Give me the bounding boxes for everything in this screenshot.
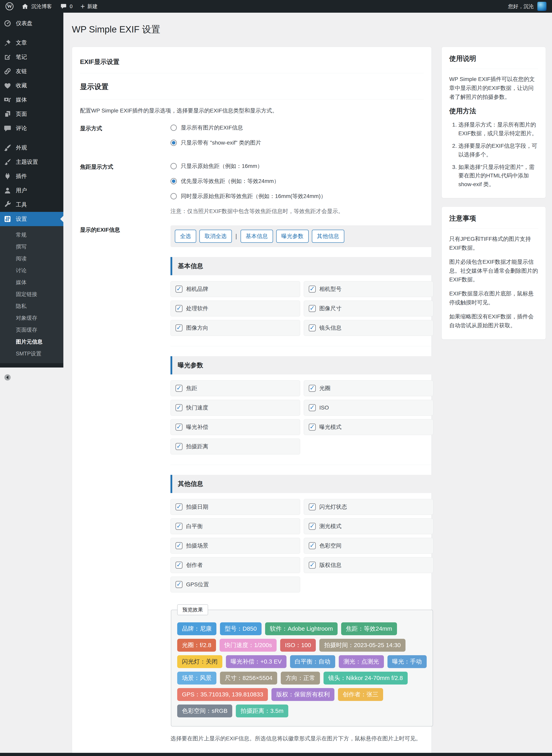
sidebar-item-plugins[interactable]: 插件 — [0, 169, 63, 183]
sidebar-item-tools[interactable]: 工具 — [0, 198, 63, 212]
radio-icon-selected[interactable] — [170, 178, 177, 184]
radio-show-all[interactable]: 显示所有图片的EXIF信息 — [170, 124, 423, 132]
collapse-menu-button[interactable]: 收起菜单 — [0, 370, 63, 385]
checkbox-copyright[interactable]: ✓版权信息 — [304, 557, 433, 573]
sidebar-item-pages[interactable]: 页面 — [0, 107, 63, 121]
sidebar-item-dashboard[interactable]: 仪表盘 — [0, 16, 63, 30]
checkbox-icon[interactable]: ✓ — [309, 385, 316, 392]
checkbox-exposure-mode[interactable]: ✓曝光模式 — [304, 419, 433, 435]
submenu-general[interactable]: 常规 — [0, 229, 63, 241]
radio-icon[interactable] — [170, 125, 177, 131]
checkbox-icon[interactable]: ✓ — [309, 424, 316, 431]
checkbox-icon[interactable]: ✓ — [175, 503, 182, 510]
checkbox-icon[interactable]: ✓ — [309, 562, 316, 569]
sidebar-item-appearance[interactable]: 外观 — [0, 141, 63, 155]
comments-shortcut[interactable]: 0 — [60, 3, 73, 10]
checkbox-camera-model[interactable]: ✓相机型号 — [304, 281, 433, 297]
checkbox-icon[interactable]: ✓ — [309, 324, 316, 331]
radio-focal-equivalent[interactable]: 优先显示等效焦距（例如：等效24mm） — [170, 177, 423, 185]
submenu-image-meta[interactable]: 图片元信息 — [0, 336, 63, 348]
checkbox-scene-type[interactable]: ✓拍摄场景 — [170, 538, 300, 554]
new-content-button[interactable]: + 新建 — [81, 3, 98, 10]
checkbox-icon[interactable]: ✓ — [309, 523, 316, 530]
comment-icon — [4, 124, 11, 132]
badge-lens: 镜头：Nikkor 24-70mm f/2.8 — [323, 672, 408, 685]
checkbox-icon[interactable]: ✓ — [175, 562, 182, 569]
checkbox-icon[interactable]: ✓ — [309, 503, 316, 510]
checkbox-metering-mode[interactable]: ✓测光模式 — [304, 518, 433, 534]
checkbox-exposure-compensation[interactable]: ✓曝光补偿 — [170, 419, 300, 435]
avatar[interactable] — [537, 2, 546, 11]
select-exposure-button[interactable]: 曝光参数 — [276, 230, 309, 243]
select-all-button[interactable]: 全选 — [175, 230, 196, 243]
submenu-permalinks[interactable]: 固定链接 — [0, 288, 63, 300]
checkbox-icon[interactable]: ✓ — [175, 286, 182, 293]
checkbox-icon[interactable]: ✓ — [175, 324, 182, 331]
badge-copyright: 版权：保留所有权利 — [271, 688, 334, 701]
radio-icon[interactable] — [170, 193, 177, 199]
checkbox-aperture[interactable]: ✓光圈 — [304, 381, 433, 396]
checkbox-icon[interactable]: ✓ — [175, 581, 182, 588]
gauge-icon — [4, 19, 11, 27]
sidebar-item-favorites[interactable]: 收藏 — [0, 79, 63, 93]
wordpress-menu[interactable]: W — [6, 2, 13, 10]
sidebar-item-comments[interactable]: 评论 — [0, 121, 63, 135]
checkbox-creator[interactable]: ✓创作者 — [170, 557, 300, 573]
submenu-reading[interactable]: 阅读 — [0, 253, 63, 265]
checkbox-iso[interactable]: ✓ISO — [304, 400, 433, 416]
checkbox-subject-distance[interactable]: ✓拍摄距离 — [170, 439, 300, 454]
checkbox-icon[interactable]: ✓ — [175, 404, 182, 411]
help-step: 如果选择"只显示特定图片"，需要在图片的HTML代码中添加 show-exif … — [458, 163, 538, 188]
submenu-smtp[interactable]: SMTP设置 — [0, 348, 63, 359]
checkbox-software[interactable]: ✓处理软件 — [170, 301, 300, 316]
submenu-object-cache[interactable]: 对象缓存 — [0, 312, 63, 324]
sidebar-item-users[interactable]: 用户 — [0, 183, 63, 198]
submenu-discussion[interactable]: 讨论 — [0, 265, 63, 276]
checkbox-flash-status[interactable]: ✓闪光灯状态 — [304, 499, 433, 515]
checkbox-icon[interactable]: ✓ — [175, 424, 182, 431]
checkbox-icon[interactable]: ✓ — [309, 404, 316, 411]
select-other-button[interactable]: 其他信息 — [312, 230, 344, 243]
checkbox-shutter-speed[interactable]: ✓快门速度 — [170, 400, 300, 416]
site-link[interactable]: 沉沦博客 — [21, 3, 52, 10]
deselect-all-button[interactable]: 取消全选 — [199, 230, 232, 243]
checkbox-icon[interactable]: ✓ — [309, 305, 316, 312]
checkbox-icon[interactable]: ✓ — [175, 542, 182, 549]
sidebar-item-links[interactable]: 友链 — [0, 64, 63, 79]
radio-icon[interactable] — [170, 163, 177, 169]
checkbox-icon[interactable]: ✓ — [309, 286, 316, 293]
checkbox-image-size[interactable]: ✓图像尺寸 — [304, 301, 433, 316]
badge-orientation: 方向：正常 — [281, 672, 320, 685]
checkbox-lens-info[interactable]: ✓镜头信息 — [304, 320, 433, 336]
help-steps-list: 选择显示方式：显示所有图片的EXIF数据，或只显示特定图片。 选择要显示的EXI… — [449, 120, 538, 188]
radio-icon-selected[interactable] — [170, 140, 177, 146]
select-basic-button[interactable]: 基本信息 — [241, 230, 273, 243]
sidebar-item-media[interactable]: 媒体 — [0, 93, 63, 107]
site-name: 沉沦博客 — [31, 3, 52, 10]
checkbox-focal-length[interactable]: ✓焦距 — [170, 381, 300, 396]
radio-show-class-only[interactable]: 只显示带有 "show-exif" 类的图片 — [170, 139, 423, 147]
radio-focal-original[interactable]: 只显示原始焦距（例如：16mm） — [170, 162, 423, 170]
checkbox-camera-make[interactable]: ✓相机品牌 — [170, 281, 300, 297]
radio-focal-both[interactable]: 同时显示原始焦距和等效焦距（例如：16mm(等效24mm)） — [170, 192, 423, 200]
checkbox-gps-location[interactable]: ✓GPS位置 — [170, 577, 300, 592]
submenu-privacy[interactable]: 隐私 — [0, 300, 63, 312]
submenu-media[interactable]: 媒体 — [0, 276, 63, 288]
checkbox-icon[interactable]: ✓ — [175, 523, 182, 530]
note-paragraph: 如果缩略图没有EXIF数据，插件会自动尝试从原始图片获取。 — [449, 312, 538, 330]
submenu-writing[interactable]: 撰写 — [0, 241, 63, 253]
sidebar-item-settings[interactable]: 设置 — [0, 212, 63, 226]
checkbox-color-space[interactable]: ✓色彩空间 — [304, 538, 433, 554]
checkbox-orientation[interactable]: ✓图像方向 — [170, 320, 300, 336]
checkbox-date-taken[interactable]: ✓拍摄日期 — [170, 499, 300, 515]
help-step: 选择显示方式：显示所有图片的EXIF数据，或只显示特定图片。 — [458, 120, 538, 138]
checkbox-white-balance[interactable]: ✓白平衡 — [170, 518, 300, 534]
submenu-page-cache[interactable]: 页面缓存 — [0, 324, 63, 336]
sidebar-item-notes[interactable]: 笔记 — [0, 50, 63, 64]
checkbox-icon[interactable]: ✓ — [175, 443, 182, 450]
sidebar-item-posts[interactable]: 文章 — [0, 36, 63, 50]
checkbox-icon[interactable]: ✓ — [175, 385, 182, 392]
checkbox-icon[interactable]: ✓ — [309, 542, 316, 549]
sidebar-item-theme-settings[interactable]: 主题设置 — [0, 155, 63, 169]
checkbox-icon[interactable]: ✓ — [175, 305, 182, 312]
